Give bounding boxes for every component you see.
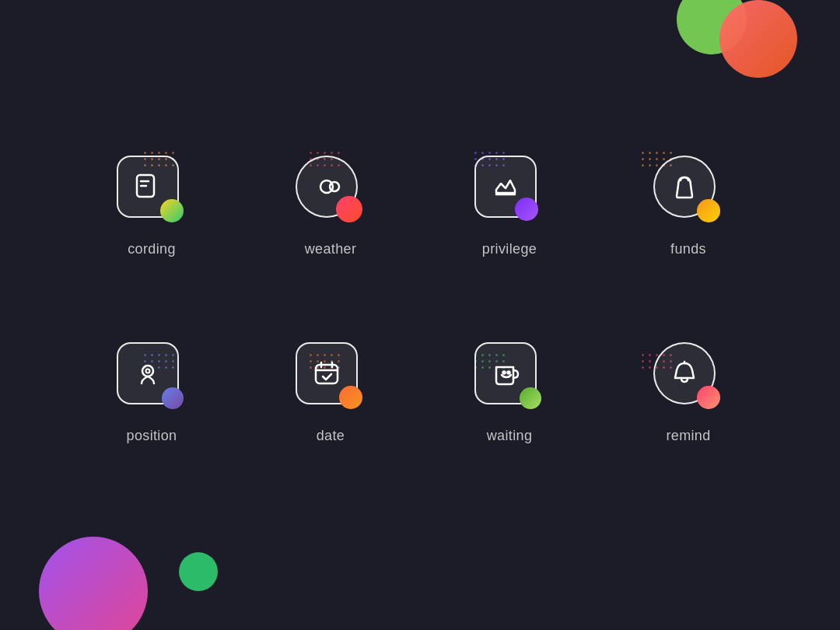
accent-privilege (515, 198, 538, 221)
waiting-label: waiting (487, 428, 533, 444)
icon-wrapper-weather (296, 156, 366, 226)
icon-bg-waiting (474, 342, 537, 404)
icon-item-funds[interactable]: funds (607, 121, 770, 292)
icon-wrapper-funds (653, 156, 723, 226)
icon-bg-cording (117, 156, 179, 218)
icon-item-waiting[interactable]: waiting (428, 307, 591, 478)
accent-waiting (520, 387, 541, 409)
icon-wrapper-date (296, 342, 366, 412)
icon-item-position[interactable]: position (70, 307, 233, 478)
icon-item-remind[interactable]: remind (607, 307, 770, 478)
icon-bg-position (117, 342, 179, 404)
funds-icon (667, 170, 702, 204)
position-icon (131, 356, 165, 390)
remind-label: remind (666, 428, 710, 444)
cording-label: cording (128, 241, 176, 257)
svg-point-7 (146, 369, 150, 373)
accent-cording (160, 199, 184, 222)
accent-funds (697, 199, 720, 222)
icon-bg-remind (653, 342, 716, 404)
icon-item-cording[interactable]: cording (70, 121, 233, 292)
funds-label: funds (670, 241, 706, 257)
accent-weather (336, 196, 362, 222)
svg-point-13 (508, 371, 510, 373)
bg-decoration-small-green-circle (179, 552, 218, 591)
icon-item-privilege[interactable]: privilege (428, 121, 591, 292)
accent-remind (697, 386, 720, 409)
icon-wrapper-privilege (474, 156, 544, 226)
date-icon (310, 356, 344, 390)
icon-item-weather[interactable]: weather (249, 121, 412, 292)
privilege-icon (488, 170, 523, 204)
accent-position (162, 387, 184, 409)
weather-icon (310, 170, 344, 204)
svg-point-12 (503, 371, 506, 373)
icons-grid: cording weather (70, 121, 770, 478)
icon-bg-weather (296, 156, 358, 218)
accent-date (339, 386, 362, 409)
waiting-icon (488, 356, 523, 390)
privilege-label: privilege (482, 241, 537, 257)
svg-rect-8 (316, 365, 338, 383)
icon-wrapper-waiting (474, 342, 544, 412)
svg-point-4 (330, 182, 339, 191)
remind-icon (667, 356, 702, 390)
icon-item-date[interactable]: date (249, 307, 412, 478)
icon-bg-funds (653, 156, 716, 218)
weather-label: weather (305, 241, 357, 257)
position-label: position (127, 428, 177, 444)
icon-wrapper-cording (117, 156, 187, 226)
icon-bg-date (296, 342, 358, 404)
icon-bg-privilege (474, 156, 537, 218)
svg-point-6 (142, 366, 153, 376)
icon-wrapper-position (117, 342, 187, 412)
bg-decoration-purple-circle (39, 537, 148, 630)
bg-decoration-red-circle (719, 0, 797, 78)
icon-wrapper-remind (653, 342, 723, 412)
date-label: date (317, 428, 345, 444)
cording-icon (131, 170, 165, 204)
